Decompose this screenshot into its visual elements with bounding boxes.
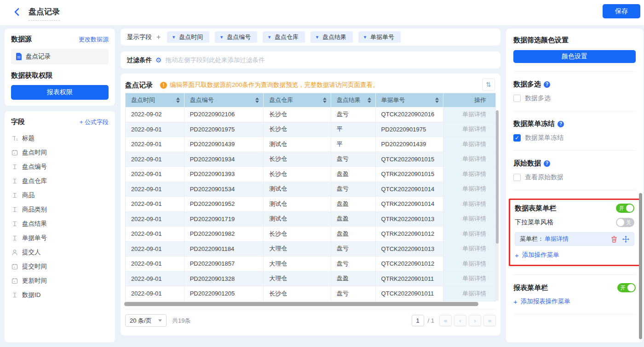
sort-settings-button[interactable]: ⇅ [482,78,495,91]
add-formula-field-link[interactable]: + 公式字段 [80,118,109,126]
divider [513,150,636,151]
field-item[interactable]: 数据ID [11,288,109,302]
column-header[interactable]: 操作 [443,93,495,107]
row-action-link[interactable]: 单据详情 [443,137,495,152]
trash-icon[interactable] [611,236,617,243]
back-button[interactable] [13,7,22,17]
column-header[interactable]: 盘点时间 [126,93,184,107]
table-cell: PD20220901205 [184,286,264,301]
field-item[interactable]: 盘点时间 [11,145,109,159]
column-header[interactable]: 盘点仓库 [264,93,331,107]
row-action-link[interactable]: 单据详情 [443,286,495,301]
row-action-link[interactable]: 单据详情 [443,182,495,197]
raw-data-checkbox-row[interactable]: 查看原始数据 [513,173,636,182]
sort-icon[interactable] [323,96,327,105]
table-cell: PD20220901857 [184,256,264,271]
row-action-link[interactable]: 单据详情 [443,242,495,256]
gear-icon[interactable]: ⚙ [155,56,161,64]
next-page-button[interactable]: › [469,315,481,326]
page-size-select[interactable]: 20 条/页 [125,314,167,327]
field-item[interactable]: 盘点结果 [11,216,109,231]
display-field-chip[interactable]: ▼单据单号 [358,31,401,43]
datasource-item[interactable]: 盘点记录 [11,49,109,64]
text-icon [11,178,18,184]
last-page-button[interactable]: » [483,315,496,326]
row-action-link[interactable]: 单据详情 [443,197,495,211]
help-icon[interactable]: ? [558,121,564,127]
raw-data-checkbox[interactable] [513,174,521,181]
row-action-link[interactable]: 单据详情 [443,152,495,167]
text-icon [11,235,18,241]
menubar-item[interactable]: 菜单栏： 单据详情 [515,232,634,246]
sort-icon[interactable] [435,96,439,105]
field-item[interactable]: 盘点编号 [11,159,109,174]
table-row: 2022-09-01PD20220901857大理仓盘亏QTCK20220901… [126,256,495,272]
change-datasource-link[interactable]: 更改数据源 [79,35,109,44]
display-field-chip[interactable]: ▼盘点时间 [167,31,209,43]
report-permission-button[interactable]: 报表权限 [11,85,109,100]
table-cell: 盘亏 [331,242,376,256]
panel-scrollbar[interactable] [639,193,642,339]
table-vertical-scrollbar[interactable] [496,110,499,301]
table-menubar-toggle[interactable]: 开 [616,204,634,213]
toggle-knob [626,205,633,212]
move-icon[interactable] [622,236,629,243]
color-settings-button[interactable]: 颜色设置 [513,50,636,63]
row-action-link[interactable]: 单据详情 [443,167,495,182]
table-row: 2022-09-02PD20220902106长沙仓盘亏QTCK20220902… [126,107,495,122]
calendar-icon [11,278,18,284]
dropdown-style-toggle[interactable]: 关 [616,218,634,227]
table-horizontal-scrollbar[interactable] [124,302,478,306]
table-cell: 长沙仓 [264,286,331,301]
column-header[interactable]: 盘点编号 [184,93,264,107]
help-icon[interactable]: ? [544,160,550,167]
field-item[interactable]: 提交人 [11,245,109,259]
add-display-field-button[interactable]: + [156,33,161,41]
field-item[interactable]: 更新时间 [11,273,109,288]
topbar: 盘点记录 保存 [0,0,644,25]
row-action-link[interactable]: 单据详情 [443,256,495,271]
table-cell: 2022-09-01 [126,182,184,197]
row-action-link[interactable]: 单据详情 [443,107,495,122]
table-cell: QTRK20220901015 [376,167,444,182]
field-item[interactable]: 商品 [11,188,109,202]
menubar-item-value[interactable]: 单据详情 [545,235,569,243]
add-report-action-menu-link[interactable]: + 添加报表操作菜单 [513,297,636,306]
field-item[interactable]: 商品类别 [11,202,109,216]
chevron-left-icon [13,7,21,17]
sort-icon[interactable] [255,96,259,105]
add-action-menu-link[interactable]: + 添加操作菜单 [515,251,634,259]
help-icon[interactable]: ? [544,81,550,88]
report-menubar-toggle[interactable]: 开 [617,283,636,292]
column-header[interactable]: 盘点结果 [331,93,376,107]
row-action-link[interactable]: 单据详情 [443,212,495,227]
menu-freeze-checkbox-row[interactable]: ✓ 数据菜单冻结 [513,134,636,142]
table-cell: PD20220901934 [184,152,264,167]
table-cell: QTRK20220901011 [376,272,444,286]
preview-notice: ! 编辑界面只取数据源前200条作为查询数据预览，完整数据请访问页面查看。 [160,81,379,89]
sort-icon[interactable] [176,96,180,105]
multi-select-checkbox[interactable] [513,95,521,102]
display-field-chip[interactable]: ▼盘点结果 [310,31,353,43]
page-number-input[interactable] [412,315,424,326]
column-header[interactable]: 单据单号 [376,93,444,107]
field-item[interactable]: 单据单号 [11,231,109,245]
first-page-button[interactable]: « [439,315,452,326]
display-field-chip[interactable]: ▼盘点编号 [215,31,257,43]
save-button[interactable]: 保存 [603,4,640,18]
sort-icon[interactable] [368,96,371,105]
table-cell: QTCK20220901014 [376,182,444,197]
field-item[interactable]: 标题 [11,131,109,145]
display-field-chip[interactable]: ▼盘点仓库 [263,31,305,43]
table-cell: 2022-09-01 [126,122,184,137]
multi-select-checkbox-row[interactable]: 数据多选 [513,94,636,102]
prev-page-button[interactable]: ‹ [454,315,466,326]
table-row: 2022-09-01PD20220901719测试仓盘盈QTRK20220901… [126,212,495,227]
chevron-down-icon: ▼ [172,35,176,40]
row-action-link[interactable]: 单据详情 [443,227,495,241]
row-action-link[interactable]: 单据详情 [443,122,495,137]
field-item[interactable]: 提交时间 [11,259,109,273]
field-item[interactable]: 盘点仓库 [11,174,109,188]
row-action-link[interactable]: 单据详情 [443,272,495,286]
menu-freeze-checkbox[interactable]: ✓ [513,134,521,142]
